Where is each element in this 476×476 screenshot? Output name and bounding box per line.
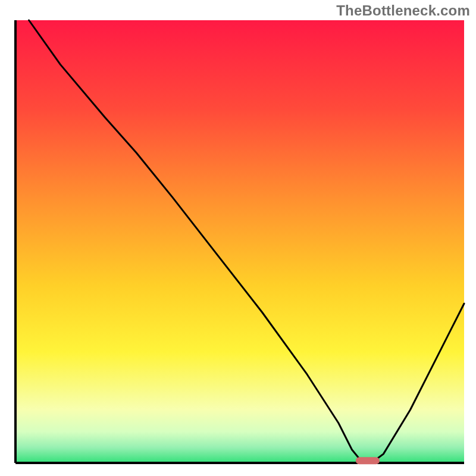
gradient-background [15, 20, 464, 463]
bottleneck-chart [0, 0, 476, 476]
watermark-label: TheBottleneck.com [336, 2, 470, 19]
chart-container: TheBottleneck.com [0, 0, 476, 476]
plot-area [15, 20, 464, 464]
trough-marker [356, 457, 380, 464]
